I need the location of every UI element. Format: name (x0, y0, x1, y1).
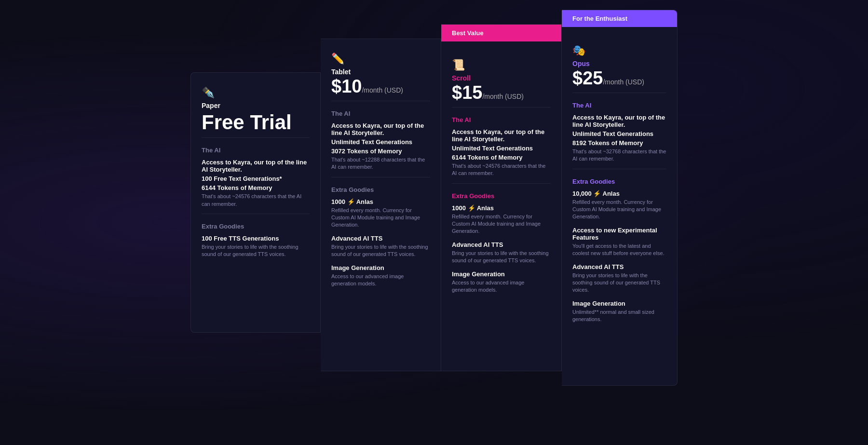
scroll-feature-1-title: Unlimited Text Generations (452, 145, 551, 152)
tablet-feature-2: 3072 Tokens of Memory That's about ~1228… (331, 148, 430, 171)
scroll-feature-2: 6144 Tokens of Memory That's about ~2457… (452, 154, 551, 177)
tablet-ai-section: The AI (331, 110, 430, 117)
scroll-extra-0-desc: Refilled every month. Currency for Custo… (452, 213, 551, 235)
paper-icon: ✒️ (202, 86, 310, 99)
tablet-extra-0-title: 1000 ⚡ Anlas (331, 198, 430, 205)
scroll-icon: 📜 (452, 59, 551, 71)
opus-price-period: /month (USD) (603, 78, 644, 86)
tablet-feature-0-title: Access to Kayra, our top of the line AI … (331, 122, 430, 136)
scroll-feature-0: Access to Kayra, our top of the line AI … (452, 128, 551, 143)
scroll-extras-section: Extra Goodies (452, 192, 551, 200)
scroll-ai-section: The AI (452, 116, 551, 123)
scroll-price-amount: $15 (452, 82, 482, 103)
opus-feature-0-title: Access to Kayra, our top of the line AI … (572, 114, 666, 128)
scroll-extra-1-title: Advanced AI TTS (452, 241, 551, 248)
opus-extra-0-title: 10,000 ⚡ Anlas (572, 190, 666, 197)
scroll-feature-1: Unlimited Text Generations (452, 145, 551, 152)
tablet-feature-0: Access to Kayra, our top of the line AI … (331, 122, 430, 136)
plan-card-opus: For the Enthusiast 🎭 Opus $25/month (USD… (562, 10, 678, 386)
best-value-banner: Best Value (441, 25, 561, 41)
opus-feature-2: 8192 Tokens of Memory That's about ~3276… (572, 139, 666, 163)
page-container: ✒️ Paper Free Trial The AI Access to Kay… (0, 0, 868, 445)
scroll-feature-0-title: Access to Kayra, our top of the line AI … (452, 128, 551, 143)
tablet-feature-2-desc: That's about ~12288 characters that the … (331, 156, 430, 171)
opus-extra-1: Access to new Experimental Features You'… (572, 227, 666, 257)
opus-feature-2-title: 8192 Tokens of Memory (572, 139, 666, 147)
opus-feature-0: Access to Kayra, our top of the line AI … (572, 114, 666, 128)
opus-extra-2: Advanced AI TTS Bring your stories to li… (572, 263, 666, 294)
scroll-extra-1: Advanced AI TTS Bring your stories to li… (452, 241, 551, 265)
paper-feature-1-title: 100 Free Text Generations* (202, 175, 310, 182)
scroll-extra-2-title: Image Generation (452, 270, 551, 278)
tablet-extra-2-desc: Access to our advanced image generation … (331, 273, 430, 288)
tablet-extra-1: Advanced AI TTS Bring your stories to li… (331, 235, 430, 258)
opus-extras-section: Extra Goodies (572, 178, 666, 185)
tablet-feature-1: Unlimited Text Generations (331, 138, 430, 146)
tablet-feature-2-title: 3072 Tokens of Memory (331, 148, 430, 155)
tablet-extra-1-title: Advanced AI TTS (331, 235, 430, 242)
paper-feature-2: 6144 Tokens of Memory That's about ~2457… (202, 184, 310, 208)
opus-extra-1-title: Access to new Experimental Features (572, 227, 666, 241)
opus-plan-price: $25/month (USD) (572, 68, 666, 89)
scroll-extra-2: Image Generation Access to our advanced … (452, 270, 551, 294)
scroll-feature-2-title: 6144 Tokens of Memory (452, 154, 551, 161)
scroll-price-period: /month (USD) (482, 93, 524, 100)
opus-ai-section: The AI (572, 102, 666, 109)
paper-ai-section: The AI (202, 147, 310, 154)
paper-feature-2-desc: That's about ~24576 characters that the … (202, 193, 310, 208)
paper-extra-0: 100 Free TTS Generations Bring your stor… (202, 235, 310, 258)
paper-extra-0-desc: Bring your stories to life with the soot… (202, 243, 310, 258)
opus-extra-0: 10,000 ⚡ Anlas Refilled every month. Cur… (572, 190, 666, 221)
tablet-extra-1-desc: Bring your stories to life with the soot… (331, 243, 430, 258)
scroll-feature-2-desc: That's about ~24576 characters that the … (452, 162, 551, 177)
tablet-feature-1-title: Unlimited Text Generations (331, 138, 430, 146)
plan-card-scroll: Best Value 📜 Scroll $15/month (USD) The … (441, 24, 562, 371)
plan-card-tablet: ✏️ Tablet $10/month (USD) The AI Access … (321, 39, 441, 371)
paper-feature-0: Access to Kayra, our top of the line AI … (202, 159, 310, 173)
tablet-price-amount: $10 (331, 76, 362, 96)
opus-inner: 🎭 Opus $25/month (USD) The AI Access to … (562, 27, 677, 323)
tablet-icon: ✏️ (331, 53, 430, 65)
scroll-extra-0-title: 1000 ⚡ Anlas (452, 204, 551, 212)
opus-extra-3-title: Image Generation (572, 300, 666, 307)
opus-feature-1-title: Unlimited Text Generations (572, 130, 666, 137)
paper-feature-0-title: Access to Kayra, our top of the line AI … (202, 159, 310, 173)
opus-icon: 🎭 (572, 44, 666, 57)
paper-feature-1: 100 Free Text Generations* (202, 175, 310, 182)
opus-extra-3-desc: Unlimited** normal and small sized gener… (572, 309, 666, 324)
scroll-extra-1-desc: Bring your stories to life with the soot… (452, 250, 551, 265)
opus-plan-name: Opus (572, 60, 666, 67)
scroll-extra-0: 1000 ⚡ Anlas Refilled every month. Curre… (452, 204, 551, 235)
tablet-price-period: /month (USD) (362, 86, 403, 94)
opus-extra-2-title: Advanced AI TTS (572, 263, 666, 270)
opus-extra-3: Image Generation Unlimited** normal and … (572, 300, 666, 324)
paper-extras-section: Extra Goodies (202, 223, 310, 230)
paper-feature-2-title: 6144 Tokens of Memory (202, 184, 310, 191)
scroll-plan-name: Scroll (452, 74, 551, 82)
tablet-extra-2-title: Image Generation (331, 264, 430, 271)
scroll-extra-2-desc: Access to our advanced image generation … (452, 279, 551, 294)
opus-feature-1: Unlimited Text Generations (572, 130, 666, 137)
enthusiast-banner: For the Enthusiast (562, 10, 677, 27)
tablet-plan-price: $10/month (USD) (331, 77, 430, 97)
tablet-extra-0-desc: Refilled every month. Currency for Custo… (331, 207, 430, 229)
opus-extra-0-desc: Refilled every month. Currency for Custo… (572, 199, 666, 221)
plan-card-paper: ✒️ Paper Free Trial The AI Access to Kay… (190, 72, 321, 333)
paper-extra-0-title: 100 Free TTS Generations (202, 235, 310, 242)
tablet-plan-name: Tablet (331, 68, 430, 76)
opus-feature-2-desc: That's about ~32768 characters that the … (572, 148, 666, 163)
plans-wrapper: ✒️ Paper Free Trial The AI Access to Kay… (190, 10, 678, 386)
paper-plan-price: Free Trial (202, 111, 310, 134)
opus-extra-2-desc: Bring your stories to life with the soot… (572, 272, 666, 294)
tablet-extras-section: Extra Goodies (331, 186, 430, 193)
tablet-extra-0: 1000 ⚡ Anlas Refilled every month. Curre… (331, 198, 430, 229)
scroll-inner: 📜 Scroll $15/month (USD) The AI Access t… (441, 41, 561, 294)
paper-plan-name: Paper (202, 102, 310, 109)
opus-extra-1-desc: You'll get access to the latest and cool… (572, 243, 666, 257)
opus-price-amount: $25 (572, 68, 603, 88)
tablet-extra-2: Image Generation Access to our advanced … (331, 264, 430, 288)
scroll-plan-price: $15/month (USD) (452, 83, 551, 103)
